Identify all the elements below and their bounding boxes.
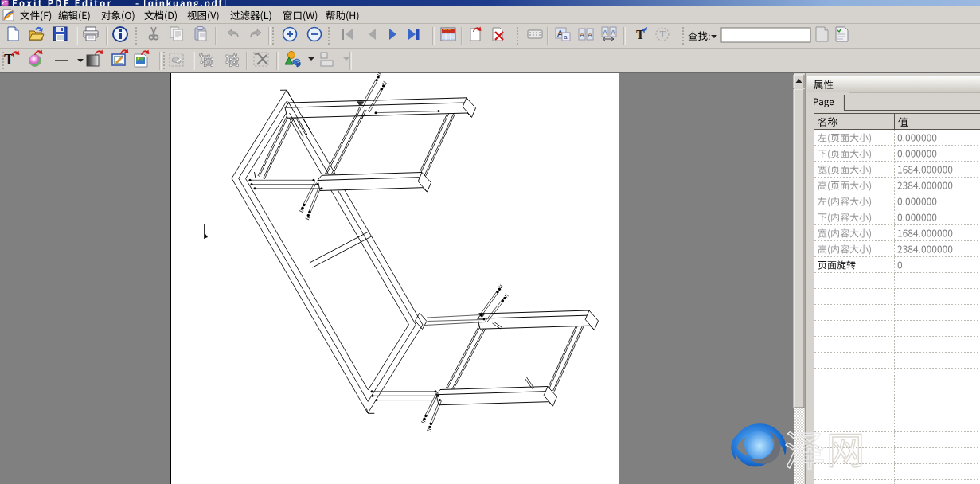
svg-text:a: a — [564, 33, 568, 41]
svg-text:T: T — [660, 29, 666, 40]
svg-text:A: A — [580, 31, 584, 39]
svg-text:A: A — [611, 29, 615, 37]
svg-text:A: A — [603, 29, 607, 37]
svg-text:A: A — [588, 31, 592, 39]
